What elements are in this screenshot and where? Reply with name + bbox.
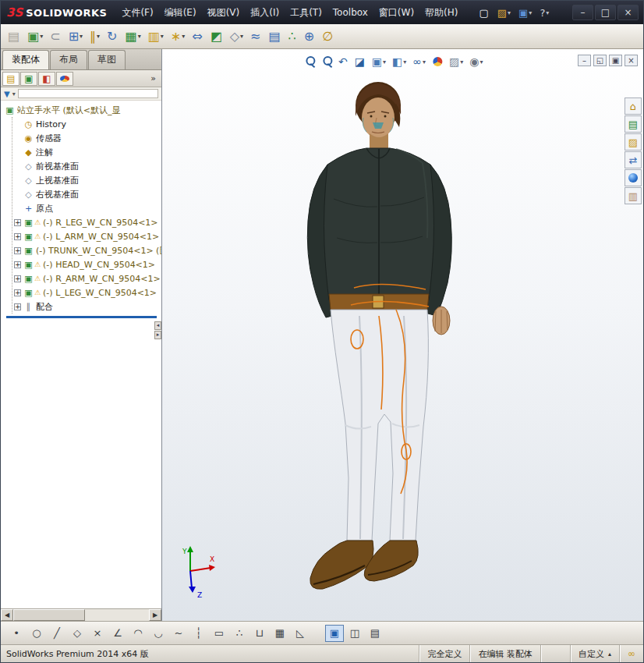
expander-icon[interactable]: + xyxy=(14,303,21,310)
tree-item-sensors[interactable]: ◉ 传感器 xyxy=(14,131,161,145)
tree-item-r-leg[interactable]: + ▣ ⚠ (-) R_LEG_W_CN_9504<1> xyxy=(14,215,161,229)
file-explorer-icon[interactable]: ▨ xyxy=(625,133,642,151)
trim-entities-icon[interactable]: × xyxy=(88,625,107,642)
view-orientation-icon[interactable]: ▣▾ xyxy=(370,54,388,69)
slot-icon[interactable]: ⊔ xyxy=(250,625,269,642)
doc-close-icon[interactable]: × xyxy=(625,55,638,66)
status-custom-dropdown[interactable]: 自定义▴ xyxy=(570,645,619,662)
menu-item[interactable]: Toolbox xyxy=(327,4,373,21)
resources-home-icon[interactable]: ⌂ xyxy=(625,98,642,115)
new-motion-study-icon[interactable]: ≈ xyxy=(247,27,264,47)
table-view-icon[interactable]: ▤ xyxy=(366,625,384,642)
scroll-left-icon[interactable]: ◀ xyxy=(1,609,13,621)
expander-icon[interactable]: + xyxy=(14,219,21,226)
zoom-fit-icon[interactable] xyxy=(302,54,317,69)
help-icon[interactable]: ?▾ xyxy=(536,5,552,20)
show-hidden-components-icon[interactable]: ◩ xyxy=(207,27,226,47)
panel-horizontal-scrollbar[interactable]: ◀ ▶ xyxy=(1,608,161,621)
grid-icon[interactable]: ▦ xyxy=(271,625,289,642)
design-library-icon[interactable]: ▤ xyxy=(625,115,642,133)
minimize-button[interactable]: – xyxy=(572,5,593,20)
close-button[interactable]: × xyxy=(617,5,639,20)
graphics-viewport[interactable]: ↶◪▣▾◧▾∞▾▨▾◉▾ –◱▣× ⌂▤▨⇄▥ xyxy=(162,49,643,621)
scrollbar-thumb[interactable] xyxy=(13,609,85,621)
expand-pane-chevron[interactable]: » xyxy=(147,73,160,83)
expander-icon[interactable]: + xyxy=(14,275,21,282)
rollback-bar[interactable] xyxy=(6,316,157,318)
tree-item-trunk[interactable]: + ▣ (-) TRUNK_W_CN_9504<1> (固 xyxy=(14,243,161,257)
paperclip-icon[interactable]: ⊂ xyxy=(47,27,64,47)
tangent-arc-icon[interactable]: ◡ xyxy=(149,625,168,642)
insert-components-icon[interactable]: ▣▾ xyxy=(24,27,46,47)
smart-fasteners-icon[interactable]: ▥▾ xyxy=(145,27,167,47)
open-icon[interactable]: ▨▾ xyxy=(494,5,514,20)
point-icon[interactable]: • xyxy=(7,625,26,642)
propertymanager-tab-icon[interactable]: ▣ xyxy=(20,72,37,86)
tree-item-l-leg[interactable]: + ▣ ⚠ (-) L_LEG_W_CN_9504<1> xyxy=(14,285,161,300)
command-tab[interactable]: 布局 xyxy=(50,50,87,69)
doc-restore-icon[interactable]: ◱ xyxy=(593,55,607,66)
mate-icon[interactable]: ∥▾ xyxy=(87,27,103,47)
menu-item[interactable]: 视图(V) xyxy=(202,3,246,23)
arc-icon[interactable]: ◠ xyxy=(129,625,147,642)
line-icon[interactable]: ╱ xyxy=(48,625,66,642)
menu-item[interactable]: 帮助(H) xyxy=(419,3,463,23)
menu-item[interactable]: 文件(F) xyxy=(116,3,158,23)
angle-icon[interactable]: ∠ xyxy=(108,625,127,642)
exploded-view-icon[interactable]: ∴ xyxy=(285,27,300,47)
expander-icon[interactable]: + xyxy=(14,247,21,254)
splitter-left-icon[interactable]: ◂ xyxy=(154,321,161,330)
spline-icon[interactable]: ~ xyxy=(169,625,188,642)
corner-rectangle-icon[interactable]: ▭ xyxy=(210,625,228,642)
tree-item-right-plane[interactable]: ◇ 右视基准面 xyxy=(14,187,161,201)
hide-show-items-icon[interactable]: ∞▾ xyxy=(410,54,428,69)
two-viewport-icon[interactable]: ◫ xyxy=(345,625,364,642)
menu-item[interactable]: 插入(I) xyxy=(245,3,285,23)
tree-item-top-plane[interactable]: ◇ 上视基准面 xyxy=(14,173,161,187)
doc-minimize-icon[interactable]: – xyxy=(578,55,591,66)
view-palette-icon[interactable]: ⇄ xyxy=(625,151,642,168)
scroll-right-icon[interactable]: ▶ xyxy=(149,609,161,621)
point-pattern-icon[interactable]: ∴ xyxy=(230,625,249,642)
doc-new-window-icon[interactable]: ▣ xyxy=(609,55,622,66)
bill-of-materials-icon[interactable]: ▤ xyxy=(265,27,284,47)
centerline-icon[interactable]: ┆ xyxy=(189,625,208,642)
assembly-features-icon[interactable]: ∗▾ xyxy=(168,27,188,47)
quick-tips-icon[interactable]: ∞ xyxy=(619,645,643,662)
zoom-area-icon[interactable] xyxy=(319,54,334,69)
displaymanager-tab-icon[interactable] xyxy=(56,72,73,86)
maximize-button[interactable]: □ xyxy=(595,5,616,20)
tree-item-l-arm[interactable]: + ▣ ⚠ (-) L_ARM_W_CN_9504<1> xyxy=(14,229,161,243)
appearances-icon[interactable] xyxy=(625,169,642,186)
tree-item-assembly-root[interactable]: ▣ 站立手水平 (默认<默认_显 xyxy=(5,103,161,117)
tree-item-r-arm[interactable]: + ▣ ⚠ (-) R_ARM_W_CN_9504<1> xyxy=(14,271,161,285)
menu-item[interactable]: 窗口(W) xyxy=(373,3,419,23)
filter-icon[interactable]: ▼ xyxy=(4,90,10,98)
tree-item-origin[interactable]: + 原点 xyxy=(14,201,161,215)
interference-detection-icon[interactable]: ⊕ xyxy=(301,27,318,47)
move-component-icon[interactable]: ⇔ xyxy=(189,27,206,47)
command-tab[interactable]: 草图 xyxy=(88,50,126,69)
linear-component-pattern-icon[interactable]: ▦▾ xyxy=(122,27,144,47)
human-model[interactable] xyxy=(279,82,536,621)
custom-properties-icon[interactable]: ▥ xyxy=(625,187,642,204)
splitter-right-icon[interactable]: ▸ xyxy=(154,331,161,339)
display-style-icon[interactable]: ◧▾ xyxy=(390,54,409,69)
featuremanager-tab-icon[interactable]: ▤ xyxy=(2,72,19,86)
circle-icon[interactable]: ○ xyxy=(27,625,46,642)
filter-caret-icon[interactable]: ▾ xyxy=(12,90,16,98)
measure-icon[interactable]: ∅ xyxy=(319,27,337,47)
reference-geometry-icon[interactable]: ◇▾ xyxy=(227,27,246,47)
command-tab[interactable]: 装配体 xyxy=(2,50,49,69)
apply-scene-icon[interactable]: ▨▾ xyxy=(447,54,465,69)
expander-icon[interactable]: + xyxy=(14,233,21,240)
edit-appearance-icon[interactable] xyxy=(430,54,445,69)
tree-item-history[interactable]: ◷ History xyxy=(14,117,161,131)
tree-item-head[interactable]: + ▣ ⚠ (-) HEAD_W_CN_9504<1> xyxy=(14,257,161,271)
section-view-icon[interactable]: ◪ xyxy=(352,54,368,69)
hidden-components-icon[interactable]: ⊞▾ xyxy=(65,27,86,47)
tree-item-annotations[interactable]: ◆ 注解 xyxy=(14,145,161,159)
polygon-icon[interactable]: ◇ xyxy=(68,625,87,642)
panel-splitter[interactable]: ◂ ▸ xyxy=(154,321,161,339)
expander-icon[interactable]: + xyxy=(14,289,21,296)
